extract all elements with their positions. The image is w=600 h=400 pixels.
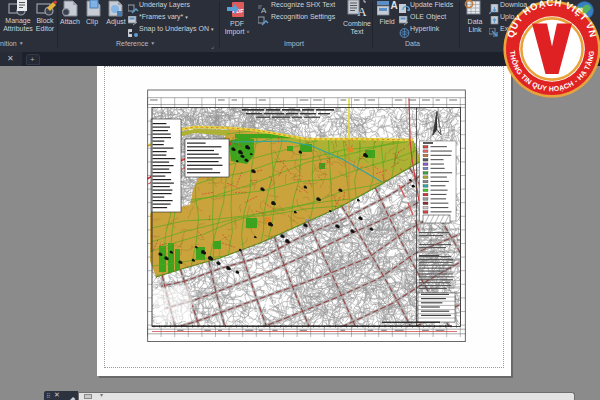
svg-text:A: A	[390, 0, 397, 11]
svg-text:A: A	[357, 4, 367, 18]
